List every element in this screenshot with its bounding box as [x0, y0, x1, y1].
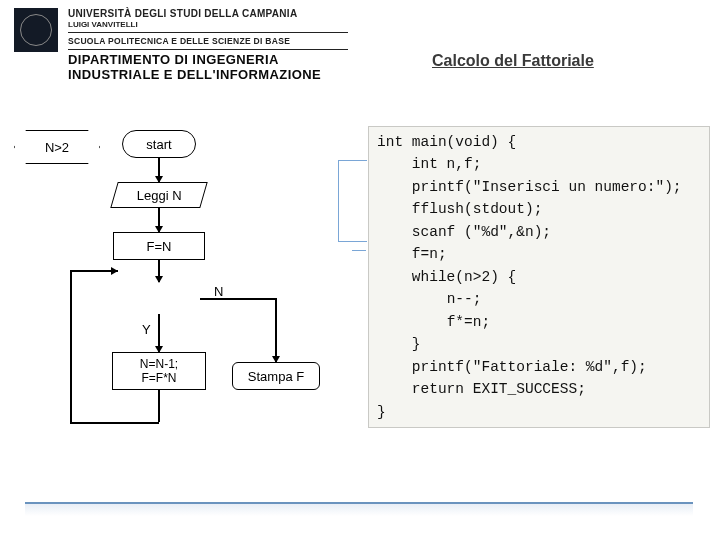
node-label: N=N-1;: [140, 357, 178, 371]
connector-bracket: [338, 160, 367, 242]
node-label: F=F*N: [140, 371, 178, 385]
code-line: return EXIT_SUCCESS;: [377, 381, 586, 397]
code-block: int main(void) { int n,f; printf("Inseri…: [368, 126, 710, 428]
decision-label-no: N: [214, 284, 223, 299]
university-name: UNIVERSITÀ DEGLI STUDI DELLA CAMPANIA: [68, 8, 348, 20]
slide-header: UNIVERSITÀ DEGLI STUDI DELLA CAMPANIA LU…: [14, 8, 348, 82]
code-line: printf("Fattoriale: %d",f);: [377, 359, 647, 375]
flowchart-read: Leggi N: [110, 182, 207, 208]
flow-line: [158, 388, 160, 422]
department-line1: DIPARTIMENTO DI INGEGNERIA: [68, 53, 348, 67]
node-label: Stampa F: [248, 369, 304, 384]
flow-line: [70, 422, 159, 424]
node-label: Leggi N: [137, 188, 182, 203]
school-name: SCUOLA POLITECNICA E DELLE SCIENZE DI BA…: [68, 37, 348, 47]
flowchart-init: F=N: [113, 232, 205, 260]
flow-line: [200, 298, 275, 300]
code-line: f*=n;: [377, 314, 490, 330]
arrow-icon: [155, 276, 163, 283]
node-label: F=N: [147, 239, 172, 254]
code-line: scanf ("%d",&n);: [377, 224, 551, 240]
divider-line: [68, 32, 348, 33]
code-line: printf("Inserisci un numero:");: [377, 179, 682, 195]
flow-line: [70, 270, 72, 423]
flowchart-decision: N>2: [14, 130, 98, 162]
code-line: n--;: [377, 291, 481, 307]
department-line2: INDUSTRIALE E DELL'INFORMAZIONE: [68, 68, 348, 82]
code-line: int n,f;: [377, 156, 481, 172]
connector-bracket: [352, 250, 366, 251]
flowchart-update: N=N-1; F=F*N: [112, 352, 206, 390]
divider-line: [68, 49, 348, 50]
code-line: f=n;: [377, 246, 447, 262]
university-logo: [14, 8, 58, 52]
code-line: }: [377, 404, 386, 420]
flowchart-start: start: [122, 130, 196, 158]
code-line: fflush(stdout);: [377, 201, 542, 217]
slide-title: Calcolo del Fattoriale: [432, 52, 594, 70]
flow-line: [275, 298, 277, 362]
node-label: start: [146, 137, 171, 152]
university-subtitle: LUIGI VANVITELLI: [68, 20, 348, 29]
arrow-icon: [111, 267, 118, 275]
footer-bar: [25, 502, 693, 516]
code-line: int main(void) {: [377, 134, 516, 150]
header-text: UNIVERSITÀ DEGLI STUDI DELLA CAMPANIA LU…: [68, 8, 348, 82]
flowchart-print: Stampa F: [232, 362, 320, 390]
flowchart: start Leggi N F=N N>2 N=N-1; F=F*N Stamp…: [14, 130, 334, 510]
decision-label-yes: Y: [142, 322, 151, 337]
code-line: }: [377, 336, 421, 352]
node-label: N>2: [45, 140, 69, 155]
code-line: while(n>2) {: [377, 269, 516, 285]
